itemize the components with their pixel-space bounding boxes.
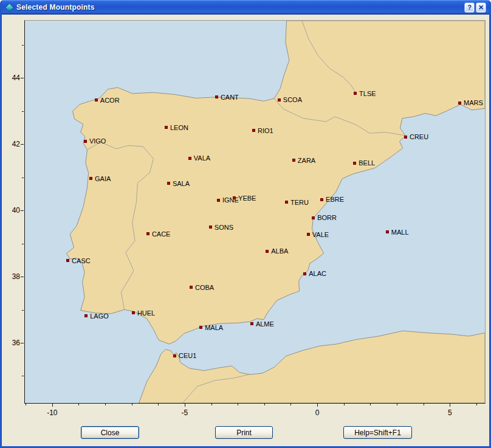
x-tick-label: -5	[182, 408, 188, 417]
station-huel: HUEL	[132, 309, 155, 317]
station-label: SONS	[215, 224, 233, 231]
station-label: MALL	[391, 229, 409, 236]
y-axis-minor-tick	[22, 177, 24, 178]
x-axis-minor-tick	[211, 404, 212, 405]
station-marker-icon	[173, 354, 176, 357]
station-marker-icon	[215, 95, 218, 98]
x-axis-minor-tick	[476, 404, 477, 405]
station-label: MARS	[464, 99, 483, 106]
y-axis-tick	[21, 144, 24, 145]
help-shortcut-button[interactable]: Help=Shift+F1	[343, 426, 412, 439]
y-axis-minor-tick	[22, 244, 24, 244]
x-axis-minor-tick	[370, 404, 371, 405]
x-axis-minor-tick	[158, 404, 159, 405]
station-rio1: RIO1	[252, 127, 273, 134]
close-window-button[interactable]: ✕	[476, 2, 486, 13]
station-cace: CACE	[146, 230, 171, 238]
title-bar[interactable]: Selected Mountpoints ? ✕	[2, 0, 489, 15]
station-marker-icon	[188, 157, 191, 160]
y-tick-label: 38	[4, 272, 20, 281]
y-axis-minor-tick	[22, 310, 24, 311]
station-label: CREU	[410, 133, 428, 140]
station-ceu1: CEU1	[173, 352, 196, 359]
window-icon	[5, 3, 14, 12]
station-marker-icon	[190, 286, 193, 289]
x-tick-label: 0	[315, 408, 320, 417]
station-vala: VALA	[188, 154, 210, 162]
station-creu: CREU	[404, 133, 428, 140]
station-label: CASC	[72, 257, 91, 264]
station-alac: ALAC	[303, 270, 326, 277]
close-button[interactable]: Close	[81, 426, 139, 439]
window-title: Selected Mountpoints	[16, 3, 463, 12]
station-label: SALA	[173, 180, 190, 187]
y-axis-tick	[21, 343, 24, 343]
y-axis-tick	[21, 210, 24, 211]
station-label: GAIA	[95, 175, 111, 182]
station-label: VIGO	[89, 137, 106, 145]
station-label: YEBE	[238, 195, 256, 202]
station-marker-icon	[386, 230, 389, 233]
station-marker-icon	[146, 232, 149, 235]
station-scoa: SCOA	[278, 96, 302, 103]
station-label: TLSE	[359, 90, 376, 97]
station-label: MALA	[205, 324, 223, 331]
x-axis-tick	[450, 404, 450, 407]
station-marker-icon	[199, 326, 202, 329]
station-label: HUEL	[137, 309, 155, 317]
station-marker-icon	[250, 322, 253, 325]
station-label: CANT	[221, 94, 239, 101]
station-marker-icon	[266, 250, 269, 253]
x-axis-minor-tick	[26, 404, 26, 405]
station-marker-icon	[320, 198, 323, 201]
station-casc: CASC	[66, 257, 91, 264]
station-label: CEU1	[179, 352, 196, 359]
station-marker-icon	[89, 177, 92, 180]
station-marker-icon	[458, 102, 461, 105]
station-marker-icon	[209, 226, 212, 229]
station-marker-icon	[307, 233, 310, 236]
station-marker-icon	[312, 216, 315, 219]
station-leon: LEON	[165, 124, 188, 131]
station-lago: LAGO	[84, 312, 109, 320]
station-marker-icon	[165, 126, 168, 129]
x-axis-tick	[185, 404, 185, 407]
station-label: ALME	[256, 320, 274, 328]
station-yebe: YEBE	[233, 195, 256, 202]
station-marker-icon	[167, 182, 170, 185]
station-label: BORR	[317, 214, 337, 221]
station-marker-icon	[252, 129, 255, 132]
x-axis-minor-tick	[105, 404, 106, 405]
y-tick-label: 44	[4, 74, 20, 82]
station-marker-icon	[285, 201, 288, 204]
station-marker-icon	[292, 159, 295, 162]
station-mars: MARS	[458, 99, 483, 106]
print-button[interactable]: Print	[215, 426, 273, 439]
y-tick-label: 40	[4, 206, 20, 215]
map-client-area: ACORVIGOGAIACASCLAGOHUELLEONVALASALACACE…	[2, 15, 489, 446]
station-vale: VALE	[307, 231, 329, 238]
x-axis-tick	[317, 404, 318, 407]
station-label: SCOA	[283, 96, 302, 103]
station-label: ALAC	[309, 270, 326, 277]
station-label: BELL	[359, 159, 375, 167]
station-gaia: GAIA	[89, 175, 111, 182]
station-tlse: TLSE	[354, 90, 376, 97]
x-tick-label: 5	[448, 408, 452, 417]
y-tick-label: 36	[4, 339, 20, 347]
y-axis-tick	[21, 277, 24, 277]
x-axis-minor-tick	[238, 404, 238, 405]
x-axis-minor-tick	[397, 404, 397, 405]
selected-mountpoints-window: Selected Mountpoints ? ✕ ACORVIGOGAIACAS…	[0, 0, 491, 448]
x-axis-minor-tick	[424, 404, 424, 405]
station-label: LEON	[170, 124, 188, 131]
station-mall: MALL	[386, 229, 409, 236]
station-bell: BELL	[353, 159, 375, 167]
station-marker-icon	[233, 196, 236, 199]
station-mala: MALA	[199, 324, 223, 331]
station-marker-icon	[303, 272, 306, 275]
station-marker-icon	[95, 98, 98, 102]
x-tick-label: -10	[47, 408, 57, 417]
help-titlebar-button[interactable]: ?	[464, 2, 475, 13]
station-label: COBA	[195, 284, 214, 291]
